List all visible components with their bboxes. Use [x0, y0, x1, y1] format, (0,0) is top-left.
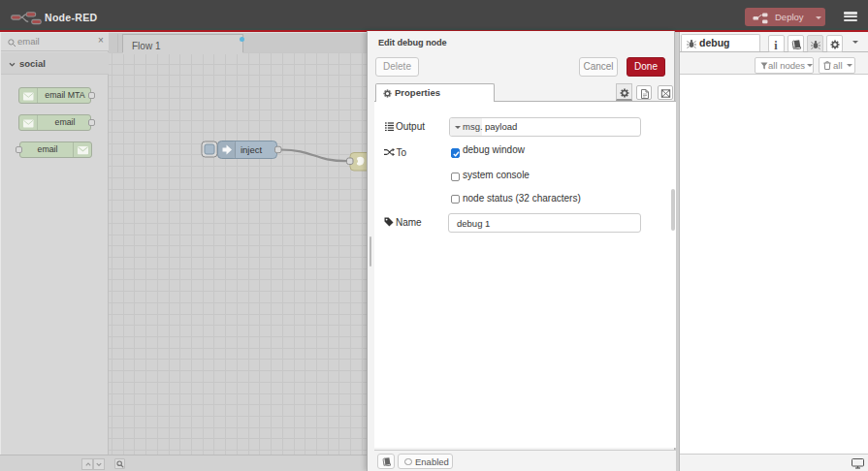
svg-text:inject: inject: [241, 144, 263, 155]
